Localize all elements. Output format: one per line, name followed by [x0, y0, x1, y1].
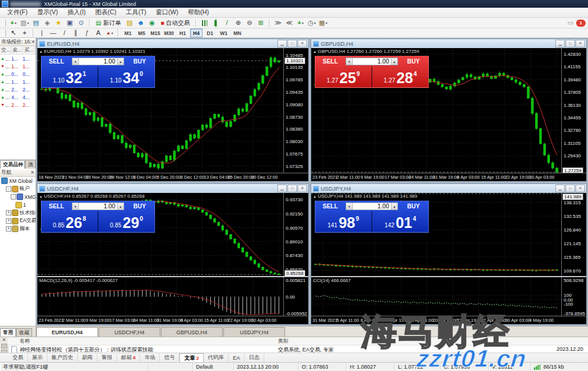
market-watch-tab-0[interactable]: 交易品种	[0, 160, 25, 169]
chart-client-area[interactable]: MACD(12,26,9) -0.005417 -0.0006270.93730…	[37, 193, 308, 324]
sell-button[interactable]: SELL	[42, 201, 71, 211]
lot-decrease-icon[interactable]: ▼	[346, 58, 353, 65]
chart-window-titlebar[interactable]: GBPUSD,H4▁□✕	[311, 39, 586, 48]
market-watch-tab-1[interactable]: 滴	[25, 160, 36, 169]
lot-increase-icon[interactable]: ▲	[391, 58, 397, 65]
menu-view[interactable]: 显示(V)	[32, 8, 62, 17]
buy-price[interactable]: 142014	[371, 211, 428, 232]
chart-window-titlebar[interactable]: USDCHF,H4▁□✕	[37, 184, 308, 193]
menu-help[interactable]: 帮助(H)	[183, 8, 214, 17]
new-chart-icon[interactable]: +▾	[8, 18, 18, 27]
timeframe-button-m1[interactable]: M1	[122, 28, 134, 37]
collapse-arrow-icon[interactable]: ▲	[313, 195, 317, 198]
templates-icon[interactable]: ▦▾	[318, 18, 328, 27]
pane-separator[interactable]	[311, 276, 586, 277]
lot-size-field[interactable]: ▼1.00▲	[346, 58, 398, 65]
price-axis[interactable]: 1.428301.411551.394801.378051.361301.344…	[561, 48, 586, 181]
time-axis[interactable]: 23 Feb 20212 Mar 11:009 Mar 19:0017 Mar …	[37, 316, 308, 324]
terminal-tab-日志[interactable]: 日志	[245, 354, 264, 362]
market-watch-row[interactable]: ▲...2...2...	[0, 85, 36, 93]
profiles-icon[interactable]: ▥▾	[20, 18, 30, 27]
chart-tab-gbpusd[interactable]: GBPUSD,H4	[161, 327, 223, 337]
lot-value[interactable]: 1.00	[79, 203, 117, 210]
timeframe-button-h1[interactable]: H1	[176, 28, 189, 37]
zoom-in-icon[interactable]: ⊕	[233, 18, 244, 27]
timeframe-button-w1[interactable]: W1	[217, 28, 230, 37]
timeframe-button-m5[interactable]: M5	[135, 28, 148, 37]
lot-size-field[interactable]: ▼1.00▲	[72, 58, 124, 65]
lot-decrease-icon[interactable]: ▼	[72, 203, 79, 210]
buy-price[interactable]: 1.27284	[371, 66, 428, 87]
close-icon[interactable]: ✕	[576, 185, 585, 192]
lot-value[interactable]: 1.00	[353, 58, 391, 65]
close-icon[interactable]: ✕	[2, 337, 6, 343]
buy-button[interactable]: BUY	[399, 201, 428, 211]
minimize-icon[interactable]: ▁	[555, 40, 565, 47]
buy-button[interactable]: BUY	[125, 201, 154, 211]
collapse-icon[interactable]: -	[11, 194, 16, 199]
bar-chart-mode-icon[interactable]	[200, 18, 210, 27]
menu-insert[interactable]: 插入(I)	[62, 8, 90, 17]
vertical-line-tool-icon[interactable]: |	[37, 28, 47, 37]
timeframe-button-d1[interactable]: D1	[204, 28, 216, 37]
collapse-icon[interactable]: -	[6, 186, 11, 192]
lot-size-field[interactable]: ▼1.00▲	[72, 202, 124, 210]
collapse-arrow-icon[interactable]: ▲	[39, 195, 43, 198]
terminal-tab-展示[interactable]: 展示	[28, 354, 48, 362]
minimize-icon[interactable]: ▁	[277, 185, 287, 192]
terminal-tab-市场[interactable]: 市场	[140, 354, 160, 362]
price-axis[interactable]: 0.937300.921500.905700.890100.874300.858…	[283, 193, 308, 324]
sell-button[interactable]: SELL	[315, 56, 345, 66]
sell-button[interactable]: SELL	[42, 56, 71, 66]
notification-badge[interactable]: 1	[576, 20, 586, 27]
lot-increase-icon[interactable]: ▲	[117, 58, 124, 65]
chart-tab-usdchf[interactable]: USDCHF,H4	[99, 327, 160, 337]
terminal-toggle-icon[interactable]: ▣	[65, 18, 75, 27]
terminal-tab-EA[interactable]: EA	[229, 354, 245, 362]
close-icon[interactable]: ✕	[31, 39, 36, 45]
restore-icon[interactable]: □	[287, 40, 297, 47]
timeframe-button-m30[interactable]: M30	[163, 28, 175, 37]
expand-icon[interactable]: +	[6, 210, 11, 215]
channel-tool-icon[interactable]: ∥	[71, 28, 81, 37]
menu-window[interactable]: 窗口(W)	[151, 8, 183, 17]
news-icon[interactable]: ▭	[565, 18, 576, 27]
zoom-out-icon[interactable]: ⊖	[245, 18, 255, 27]
metaeditor-icon[interactable]: ▨	[124, 18, 134, 27]
expand-icon[interactable]: +	[6, 226, 11, 232]
lot-decrease-icon[interactable]: ▼	[346, 203, 353, 210]
column-symbol[interactable]: 交...	[0, 46, 11, 54]
menu-file[interactable]: 文件(F)	[2, 8, 32, 17]
lot-size-field[interactable]: ▼1.00▲	[346, 202, 398, 210]
navigator-item[interactable]: +EA交易	[0, 217, 36, 226]
crosshair-tool-icon[interactable]: +	[20, 28, 30, 37]
column-ask[interactable]: 买...	[23, 46, 35, 54]
buy-button[interactable]: BUY	[125, 56, 154, 66]
candlestick-mode-icon[interactable]	[211, 18, 221, 27]
navigator-tab-0[interactable]: 常用	[0, 328, 16, 337]
market-watch-toggle-icon[interactable]: ▤	[31, 18, 41, 27]
autotrading-button[interactable]: ■自动交易	[158, 18, 192, 27]
chart-tab-eurusd[interactable]: EURUSD,H4	[36, 327, 98, 337]
navigator-item[interactable]: +技术指标	[0, 209, 36, 217]
restore-icon[interactable]: □	[287, 185, 297, 192]
close-icon[interactable]: ✕	[298, 40, 307, 47]
column-name[interactable]: 名称	[20, 338, 30, 345]
community-icon[interactable]: ☻	[135, 18, 146, 27]
restore-icon[interactable]: □	[565, 185, 575, 192]
market-watch-row[interactable]: ▲...1...1...	[0, 55, 36, 62]
minimize-icon[interactable]: ▁	[277, 40, 287, 47]
toolbar-grip[interactable]	[2, 30, 6, 37]
buy-price[interactable]: 1.10340	[97, 66, 154, 87]
lot-increase-icon[interactable]: ▲	[391, 203, 397, 210]
market-watch-row[interactable]: ▲...4...4...	[0, 93, 36, 101]
menu-tools[interactable]: 工具(T)	[121, 8, 151, 17]
chart-tab-usdjpy[interactable]: USDJPY,H4	[223, 327, 285, 337]
market-watch-row[interactable]: ▼...2...2...	[0, 101, 36, 109]
terminal-tab-文章[interactable]: 文章2	[179, 353, 203, 362]
time-axis[interactable]: 23 Feb 20212 Mar 11:009 Mar 19:0017 Mar …	[311, 173, 586, 181]
navigator-toggle-icon[interactable]: ★	[53, 18, 64, 27]
horizontal-line-tool-icon[interactable]: —	[48, 28, 58, 37]
chart-client-area[interactable]: CCI(14) 466.6667138.315132.535126.840121…	[311, 193, 586, 324]
timeframe-button-mn[interactable]: MN	[231, 28, 244, 37]
